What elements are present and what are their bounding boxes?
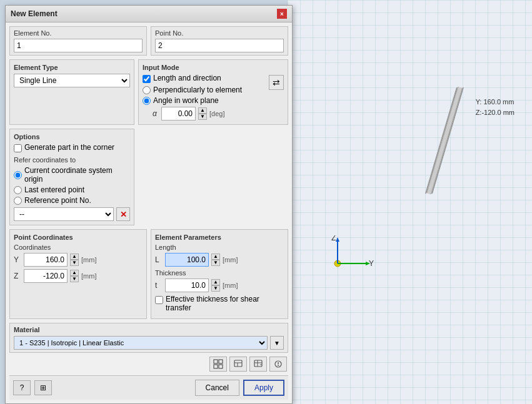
bottom-sections: Point Coordinates Coordinates Y ▲ ▼ [mm]…	[9, 229, 288, 319]
current-origin-label: Current coordinate system origin	[24, 166, 130, 184]
reference-point-row: Reference point No.	[14, 196, 130, 205]
toolbar-btn1[interactable]	[209, 357, 227, 372]
effective-thickness-label: Effective thickness for shear transfer	[166, 295, 284, 312]
toolbar-btn2[interactable]	[229, 357, 247, 372]
z-coord-label: Z	[14, 272, 21, 280]
svg-rect-12	[219, 360, 223, 363]
t-spin-down[interactable]: ▼	[211, 285, 220, 292]
length-section-label: Length	[155, 244, 284, 251]
dialog-titlebar: New Element ×	[6, 6, 292, 22]
dialog-title: New Element	[11, 9, 58, 18]
length-direction-row: Length and direction	[143, 74, 266, 83]
footer-buttons: Cancel Apply	[195, 380, 284, 396]
input-mode-inner: Length and direction Perpendicularly to …	[143, 74, 284, 121]
alpha-label: α	[153, 109, 159, 118]
point-no-label: Point No.	[155, 29, 284, 37]
y-spin-up[interactable]: ▲	[70, 254, 79, 260]
ref-select[interactable]: --	[14, 207, 114, 221]
svg-line-1	[429, 87, 460, 194]
canvas-area: Y: 160.0 mm Z:-120.0 mm Y Z	[288, 0, 532, 404]
point-no-input[interactable]	[155, 39, 284, 52]
alpha-input[interactable]	[161, 107, 196, 121]
perpendicularly-radio[interactable]	[143, 86, 151, 94]
apply-button[interactable]: Apply	[243, 380, 284, 396]
svg-rect-13	[214, 365, 218, 368]
l-input[interactable]	[165, 253, 209, 267]
generate-corner-row: Generate part in the corner	[14, 143, 130, 152]
layout-button[interactable]: ⊞	[34, 380, 52, 395]
effective-thickness-row: Effective thickness for shear transfer	[155, 295, 284, 312]
svg-text:Y: Y	[369, 259, 374, 268]
close-button[interactable]: ×	[277, 9, 287, 19]
element-no-input[interactable]	[14, 39, 143, 52]
material-select[interactable]: 1 - S235 | Isotropic | Linear Elastic	[14, 336, 268, 350]
footer-icons: ? ⊞	[13, 380, 52, 395]
svg-rect-14	[219, 365, 223, 368]
options-row: Options Generate part in the corner Refe…	[9, 129, 288, 225]
alpha-spin-down[interactable]: ▼	[198, 114, 207, 120]
y-spin-down[interactable]: ▼	[70, 260, 79, 266]
options-label: Options	[14, 133, 130, 140]
y-coord-input[interactable]	[24, 253, 68, 267]
generate-corner-label: Generate part in the corner	[24, 143, 114, 152]
z-spin-down[interactable]: ▼	[70, 276, 79, 282]
y-unit: [mm]	[81, 256, 96, 264]
l-unit: [mm]	[223, 256, 238, 264]
material-expand-button[interactable]: ▼	[270, 336, 284, 350]
help-button[interactable]: ?	[13, 380, 31, 395]
options-box: Options Generate part in the corner Refe…	[9, 129, 134, 225]
length-direction-checkbox[interactable]	[143, 75, 151, 83]
l-spin-down[interactable]: ▼	[211, 260, 220, 266]
element-shape	[419, 81, 469, 206]
thickness-label: Thickness	[155, 269, 284, 277]
svg-point-23	[278, 365, 279, 366]
svg-rect-11	[214, 360, 218, 363]
red-x-button[interactable]: ✕	[116, 207, 130, 221]
current-origin-row: Current coordinate system origin	[14, 166, 130, 184]
reference-point-label: Reference point No.	[24, 196, 91, 205]
generate-corner-checkbox[interactable]	[14, 144, 22, 152]
refer-section: Refer coordinates to Current coordinate …	[14, 156, 130, 221]
t-row: t ▲ ▼ [mm]	[155, 278, 284, 292]
svg-marker-8	[336, 237, 339, 242]
t-unit: [mm]	[223, 282, 238, 289]
angle-radio[interactable]	[143, 97, 151, 105]
current-origin-radio[interactable]	[14, 171, 22, 179]
swap-button[interactable]: ⇄	[269, 75, 284, 90]
z-coord-row: Z ▲ ▼ [mm]	[14, 269, 143, 283]
z-spin-up[interactable]: ▲	[70, 270, 79, 276]
input-mode-options: Length and direction Perpendicularly to …	[143, 74, 266, 121]
toolbar-btn4[interactable]	[269, 357, 287, 372]
coord-z-label: Z:-120.0 mm	[476, 107, 514, 118]
reference-point-radio[interactable]	[14, 197, 22, 205]
element-type-label: Element Type	[14, 64, 130, 71]
element-type-select[interactable]: Single Line Beam Column Truss	[14, 74, 130, 87]
toolbar-btn3[interactable]	[249, 357, 267, 372]
alpha-spin-up[interactable]: ▲	[198, 107, 207, 114]
coord-y-label: Y: 160.0 mm	[476, 97, 514, 107]
effective-thickness-checkbox[interactable]	[155, 296, 163, 304]
t-spin-up[interactable]: ▲	[211, 279, 220, 285]
point-no-group: Point No.	[151, 26, 288, 56]
angle-row: Angle in work plane	[143, 96, 266, 105]
material-dropdown-row: 1 - S235 | Isotropic | Linear Elastic ▼	[14, 336, 284, 350]
t-input[interactable]	[165, 278, 209, 292]
cancel-button[interactable]: Cancel	[195, 380, 239, 396]
angle-label: Angle in work plane	[153, 96, 219, 105]
input-mode-box: Input Mode Length and direction Perpendi…	[138, 59, 288, 125]
toolbar-row	[9, 357, 288, 372]
element-type-box: Element Type Single Line Beam Column Tru…	[9, 59, 134, 125]
last-entered-radio[interactable]	[14, 186, 22, 194]
svg-rect-15	[234, 360, 242, 367]
l-spin-up[interactable]: ▲	[211, 254, 220, 260]
element-no-group: Element No.	[9, 26, 147, 56]
element-params-section: Element Parameters Length L ▲ ▼ [mm] Thi…	[151, 229, 288, 319]
t-label: t	[155, 281, 163, 290]
perpendicularly-row: Perpendicularly to element	[143, 86, 266, 94]
dialog-body: Element No. Point No. Element Type Singl…	[6, 22, 292, 403]
refer-title: Refer coordinates to	[14, 156, 130, 164]
point-coords-section: Point Coordinates Coordinates Y ▲ ▼ [mm]…	[9, 229, 147, 319]
l-row: L ▲ ▼ [mm]	[155, 253, 284, 267]
z-coord-input[interactable]	[24, 269, 68, 283]
y-coord-row: Y ▲ ▼ [mm]	[14, 253, 143, 267]
